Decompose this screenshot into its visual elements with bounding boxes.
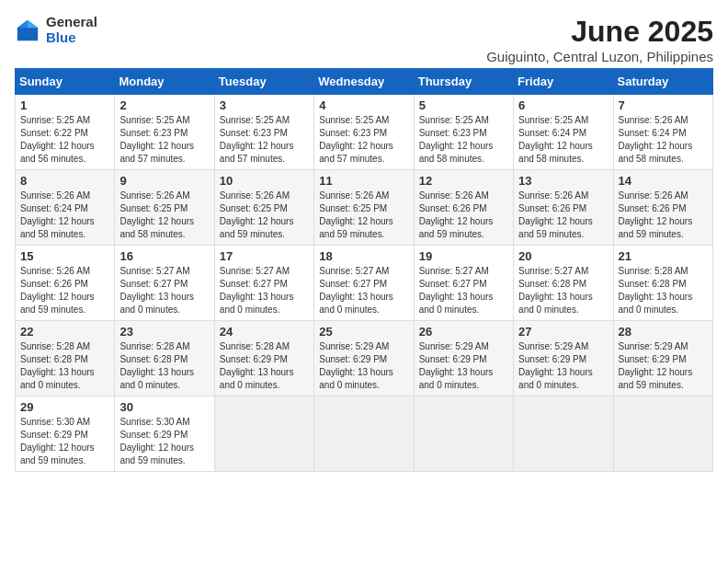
day-number: 28 [619, 325, 708, 339]
calendar-cell: 27Sunrise: 5:29 AM Sunset: 6:29 PM Dayli… [514, 321, 613, 396]
day-number: 21 [619, 249, 708, 263]
calendar-cell: 11Sunrise: 5:26 AM Sunset: 6:25 PM Dayli… [314, 170, 414, 246]
calendar-cell: 21Sunrise: 5:28 AM Sunset: 6:28 PM Dayli… [613, 246, 712, 321]
calendar-cell: 17Sunrise: 5:27 AM Sunset: 6:27 PM Dayli… [214, 246, 313, 321]
calendar-cell: 14Sunrise: 5:26 AM Sunset: 6:26 PM Dayli… [613, 170, 712, 246]
col-monday: Monday [115, 69, 214, 95]
day-number: 17 [220, 249, 309, 263]
col-saturday: Saturday [613, 69, 712, 95]
calendar-cell: 7Sunrise: 5:26 AM Sunset: 6:24 PM Daylig… [613, 95, 712, 170]
day-info: Sunrise: 5:26 AM Sunset: 6:24 PM Dayligh… [20, 190, 109, 241]
day-number: 30 [119, 400, 209, 414]
logo: General Blue [15, 15, 97, 45]
calendar-cell: 24Sunrise: 5:28 AM Sunset: 6:29 PM Dayli… [214, 321, 313, 396]
col-thursday: Thursday [414, 69, 513, 95]
day-number: 5 [419, 98, 508, 112]
day-number: 15 [20, 249, 109, 263]
day-info: Sunrise: 5:25 AM Sunset: 6:22 PM Dayligh… [20, 114, 109, 166]
page-subtitle: Guiguinto, Central Luzon, Philippines [486, 49, 713, 64]
calendar-cell: 18Sunrise: 5:27 AM Sunset: 6:27 PM Dayli… [314, 246, 414, 321]
day-info: Sunrise: 5:30 AM Sunset: 6:29 PM Dayligh… [119, 416, 209, 467]
day-number: 11 [319, 174, 408, 188]
day-info: Sunrise: 5:28 AM Sunset: 6:29 PM Dayligh… [220, 340, 309, 392]
svg-marker-1 [28, 19, 38, 27]
day-info: Sunrise: 5:27 AM Sunset: 6:27 PM Dayligh… [319, 265, 408, 316]
day-number: 22 [20, 325, 109, 339]
calendar-cell: 19Sunrise: 5:27 AM Sunset: 6:27 PM Dayli… [414, 246, 513, 321]
logo-icon [15, 17, 40, 43]
day-info: Sunrise: 5:29 AM Sunset: 6:29 PM Dayligh… [619, 340, 708, 392]
day-number: 29 [20, 400, 109, 414]
col-tuesday: Tuesday [214, 69, 313, 95]
calendar-cell: 15Sunrise: 5:26 AM Sunset: 6:26 PM Dayli… [16, 246, 115, 321]
calendar-cell: 23Sunrise: 5:28 AM Sunset: 6:28 PM Dayli… [115, 321, 214, 396]
day-info: Sunrise: 5:26 AM Sunset: 6:25 PM Dayligh… [319, 190, 408, 241]
calendar-cell: 10Sunrise: 5:26 AM Sunset: 6:25 PM Dayli… [214, 170, 313, 246]
day-number: 6 [518, 98, 608, 112]
calendar-cell: 13Sunrise: 5:26 AM Sunset: 6:26 PM Dayli… [514, 170, 613, 246]
day-info: Sunrise: 5:26 AM Sunset: 6:26 PM Dayligh… [518, 190, 608, 241]
calendar-cell: 20Sunrise: 5:27 AM Sunset: 6:28 PM Dayli… [514, 246, 613, 321]
day-number: 7 [619, 98, 708, 112]
page-header: General Blue June 2025 Guiguinto, Centra… [15, 15, 713, 64]
calendar-cell: 4Sunrise: 5:25 AM Sunset: 6:23 PM Daylig… [314, 95, 414, 170]
calendar-table: Sunday Monday Tuesday Wednesday Thursday… [15, 68, 713, 472]
day-number: 10 [220, 174, 309, 188]
day-info: Sunrise: 5:26 AM Sunset: 6:26 PM Dayligh… [419, 190, 508, 241]
calendar-row: 22Sunrise: 5:28 AM Sunset: 6:28 PM Dayli… [16, 321, 713, 396]
calendar-body: 1Sunrise: 5:25 AM Sunset: 6:22 PM Daylig… [16, 95, 713, 472]
day-number: 25 [319, 325, 408, 339]
calendar-row: 1Sunrise: 5:25 AM Sunset: 6:22 PM Daylig… [16, 95, 713, 170]
day-info: Sunrise: 5:25 AM Sunset: 6:23 PM Dayligh… [119, 114, 209, 166]
day-number: 20 [518, 249, 608, 263]
day-number: 14 [619, 174, 708, 188]
day-info: Sunrise: 5:26 AM Sunset: 6:26 PM Dayligh… [619, 190, 708, 241]
day-number: 1 [20, 98, 109, 112]
calendar-cell: 9Sunrise: 5:26 AM Sunset: 6:25 PM Daylig… [115, 170, 214, 246]
day-info: Sunrise: 5:30 AM Sunset: 6:29 PM Dayligh… [20, 416, 109, 467]
day-number: 26 [419, 325, 508, 339]
calendar-cell [214, 396, 313, 472]
day-info: Sunrise: 5:27 AM Sunset: 6:27 PM Dayligh… [220, 265, 309, 316]
day-info: Sunrise: 5:27 AM Sunset: 6:27 PM Dayligh… [419, 265, 508, 316]
calendar-header: Sunday Monday Tuesday Wednesday Thursday… [16, 69, 713, 95]
day-info: Sunrise: 5:29 AM Sunset: 6:29 PM Dayligh… [319, 340, 408, 392]
day-info: Sunrise: 5:29 AM Sunset: 6:29 PM Dayligh… [518, 340, 608, 392]
header-row: Sunday Monday Tuesday Wednesday Thursday… [16, 69, 713, 95]
day-number: 3 [220, 98, 309, 112]
day-info: Sunrise: 5:26 AM Sunset: 6:24 PM Dayligh… [619, 114, 708, 166]
calendar-cell: 3Sunrise: 5:25 AM Sunset: 6:23 PM Daylig… [214, 95, 313, 170]
day-number: 23 [119, 325, 209, 339]
day-number: 13 [518, 174, 608, 188]
day-info: Sunrise: 5:26 AM Sunset: 6:25 PM Dayligh… [119, 190, 209, 241]
day-info: Sunrise: 5:25 AM Sunset: 6:23 PM Dayligh… [419, 114, 508, 166]
calendar-cell: 16Sunrise: 5:27 AM Sunset: 6:27 PM Dayli… [115, 246, 214, 321]
col-friday: Friday [514, 69, 613, 95]
col-sunday: Sunday [16, 69, 115, 95]
day-number: 4 [319, 98, 408, 112]
day-number: 9 [119, 174, 209, 188]
logo-blue: Blue [46, 30, 97, 46]
calendar-cell [314, 396, 414, 472]
calendar-cell [414, 396, 513, 472]
calendar-cell: 22Sunrise: 5:28 AM Sunset: 6:28 PM Dayli… [16, 321, 115, 396]
day-info: Sunrise: 5:28 AM Sunset: 6:28 PM Dayligh… [20, 340, 109, 392]
day-number: 27 [518, 325, 608, 339]
day-info: Sunrise: 5:25 AM Sunset: 6:23 PM Dayligh… [319, 114, 408, 166]
day-info: Sunrise: 5:28 AM Sunset: 6:28 PM Dayligh… [119, 340, 209, 392]
calendar-cell [613, 396, 712, 472]
day-number: 12 [419, 174, 508, 188]
page-title: June 2025 [486, 15, 713, 49]
day-info: Sunrise: 5:27 AM Sunset: 6:27 PM Dayligh… [119, 265, 209, 316]
calendar-row: 29Sunrise: 5:30 AM Sunset: 6:29 PM Dayli… [16, 396, 713, 472]
day-number: 24 [220, 325, 309, 339]
calendar-cell: 2Sunrise: 5:25 AM Sunset: 6:23 PM Daylig… [115, 95, 214, 170]
day-number: 18 [319, 249, 408, 263]
calendar-cell: 29Sunrise: 5:30 AM Sunset: 6:29 PM Dayli… [16, 396, 115, 472]
calendar-cell: 12Sunrise: 5:26 AM Sunset: 6:26 PM Dayli… [414, 170, 513, 246]
calendar-cell: 25Sunrise: 5:29 AM Sunset: 6:29 PM Dayli… [314, 321, 414, 396]
day-info: Sunrise: 5:26 AM Sunset: 6:26 PM Dayligh… [20, 265, 109, 316]
day-info: Sunrise: 5:25 AM Sunset: 6:23 PM Dayligh… [220, 114, 309, 166]
calendar-cell: 26Sunrise: 5:29 AM Sunset: 6:29 PM Dayli… [414, 321, 513, 396]
calendar-cell: 6Sunrise: 5:25 AM Sunset: 6:24 PM Daylig… [514, 95, 613, 170]
